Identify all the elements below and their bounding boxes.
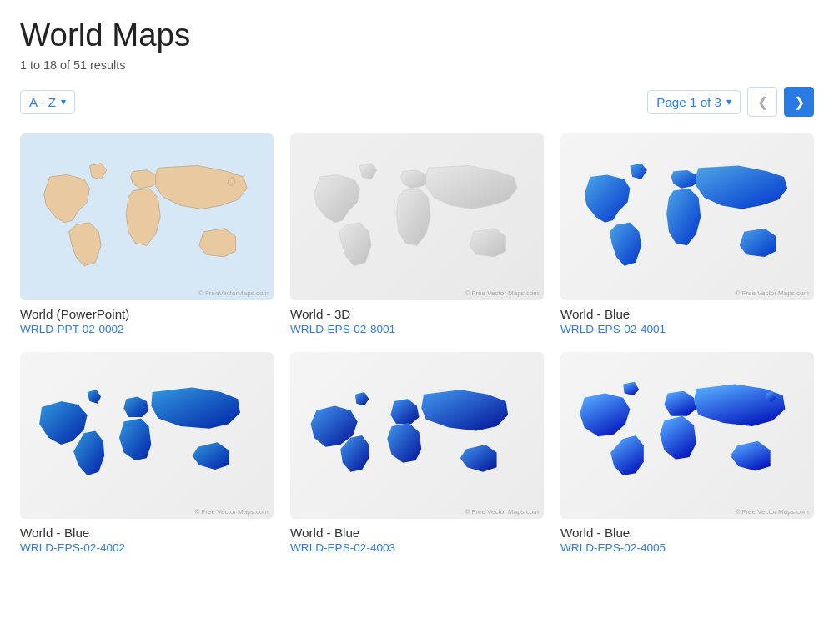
results-count: 1 to 18 of 51 results <box>20 58 814 72</box>
map-grid: © FreeVectorMaps.com World (PowerPoint) … <box>20 133 814 554</box>
prev-icon: ❮ <box>757 94 768 110</box>
page-chevron-icon: ▾ <box>726 96 731 108</box>
card-code-5[interactable]: WRLD-EPS-02-4005 <box>560 541 814 554</box>
card-title-4: World - Blue <box>290 526 544 540</box>
page-title: World Maps <box>20 17 814 53</box>
card-0[interactable]: © FreeVectorMaps.com World (PowerPoint) … <box>20 133 274 335</box>
page-info-dropdown[interactable]: Page 1 of 3 ▾ <box>647 90 741 114</box>
copyright-2: © Free Vector Maps.com <box>735 289 809 297</box>
next-page-button[interactable]: ❯ <box>784 87 814 117</box>
sort-chevron-icon: ▾ <box>61 96 66 108</box>
card-code-1[interactable]: WRLD-EPS-02-8001 <box>290 323 544 335</box>
toolbar: A - Z ▾ Page 1 of 3 ▾ ❮ ❯ <box>20 87 814 117</box>
card-code-2[interactable]: WRLD-EPS-02-4001 <box>560 323 814 335</box>
card-code-0[interactable]: WRLD-PPT-02-0002 <box>20 323 274 335</box>
card-image-3: © Free Vector Maps.com <box>20 352 274 519</box>
card-image-5: © Free Vector Maps.com <box>560 352 814 519</box>
card-image-4: © Free Vector Maps.com <box>290 352 544 519</box>
sort-label: A - Z <box>29 95 56 109</box>
card-4[interactable]: © Free Vector Maps.com World - Blue WRLD… <box>290 352 544 554</box>
card-code-3[interactable]: WRLD-EPS-02-4002 <box>20 541 274 554</box>
card-title-2: World - Blue <box>560 307 814 321</box>
copyright-1: © Free Vector Maps.com <box>465 289 539 297</box>
copyright-5: © Free Vector Maps.com <box>735 508 809 516</box>
card-5[interactable]: © Free Vector Maps.com World - Blue WRLD… <box>560 352 814 554</box>
card-title-1: World - 3D <box>290 307 544 321</box>
card-title-0: World (PowerPoint) <box>20 307 274 321</box>
card-1[interactable]: © Free Vector Maps.com World - 3D WRLD-E… <box>290 133 544 335</box>
copyright-3: © Free Vector Maps.com <box>194 508 269 516</box>
page-label: Page 1 of 3 <box>656 95 721 109</box>
prev-page-button[interactable]: ❮ <box>747 87 777 117</box>
card-code-4[interactable]: WRLD-EPS-02-4003 <box>290 541 544 554</box>
pagination-controls: Page 1 of 3 ▾ ❮ ❯ <box>647 87 814 117</box>
copyright-4: © Free Vector Maps.com <box>465 508 539 516</box>
card-3[interactable]: © Free Vector Maps.com World - Blue WRLD… <box>20 352 274 554</box>
card-image-1: © Free Vector Maps.com <box>290 133 544 300</box>
next-icon: ❯ <box>794 94 805 110</box>
card-title-3: World - Blue <box>20 526 274 540</box>
sort-dropdown[interactable]: A - Z ▾ <box>20 90 75 114</box>
card-image-2: © Free Vector Maps.com <box>560 133 814 300</box>
copyright-0: © FreeVectorMaps.com <box>198 289 269 297</box>
card-2[interactable]: © Free Vector Maps.com World - Blue WRLD… <box>560 133 814 335</box>
card-title-5: World - Blue <box>560 526 814 540</box>
card-image-0: © FreeVectorMaps.com <box>20 133 274 300</box>
